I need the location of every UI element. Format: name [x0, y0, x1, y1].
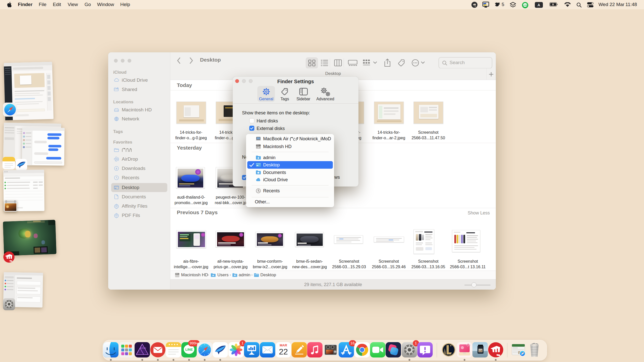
svg-text:LINE: LINE [185, 348, 193, 351]
svg-text:MAR: MAR [279, 343, 287, 347]
svg-text:22: 22 [279, 347, 288, 356]
svg-text:A: A [538, 3, 540, 7]
svg-text:LINE: LINE [523, 4, 527, 6]
